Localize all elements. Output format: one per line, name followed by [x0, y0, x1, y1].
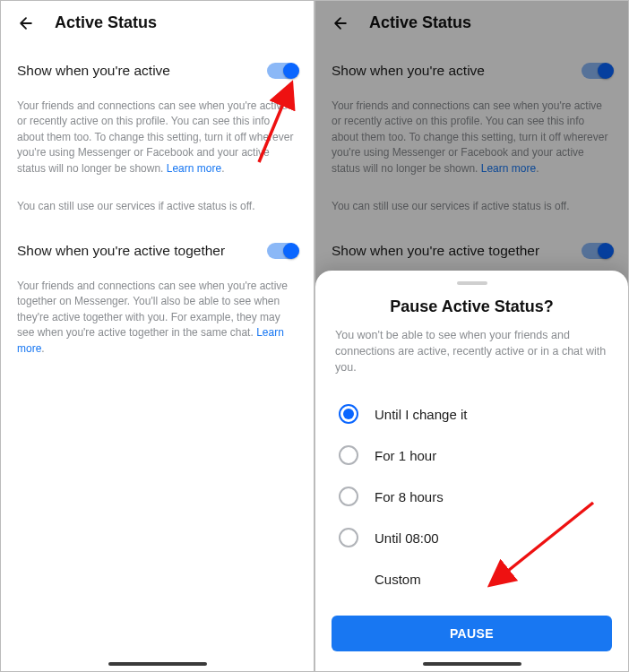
setting-active-row[interactable]: Show when you're active [1, 45, 314, 86]
home-indicator [423, 662, 521, 666]
desc-text-post: . [536, 162, 539, 175]
setting-together-label: Show when you're active together [332, 243, 539, 259]
setting-active-desc: Your friends and connections can see whe… [315, 86, 628, 182]
option-label: Custom [375, 572, 421, 587]
setting-active-label: Show when you're active [17, 63, 170, 79]
option-label: For 8 hours [375, 489, 444, 504]
option-label: Until 08:00 [375, 530, 439, 546]
option-until-change[interactable]: Until I change it [315, 393, 628, 435]
back-arrow-icon[interactable] [17, 14, 35, 32]
option-label: For 1 hour [375, 448, 436, 463]
screen-left: Active Status Show when you're active Yo… [1, 1, 314, 671]
back-arrow-icon[interactable] [332, 14, 349, 32]
sheet-title: Pause Active Status? [315, 297, 628, 316]
setting-together-row[interactable]: Show when you're active together [315, 225, 628, 266]
setting-together-label: Show when you're active together [17, 243, 225, 259]
radio-icon[interactable] [339, 528, 358, 547]
desc-text: Your friends and connections can see whe… [17, 280, 288, 339]
home-indicator [108, 662, 207, 666]
toggle-together[interactable] [267, 243, 297, 259]
toggle-together[interactable] [582, 243, 612, 259]
learn-more-link[interactable]: Learn more [167, 162, 221, 175]
phone-left: Active Status Show when you're active Yo… [0, 0, 314, 672]
page-title: Active Status [369, 13, 471, 32]
option-1-hour[interactable]: For 1 hour [315, 435, 628, 476]
sheet-desc: You won't be able to see when your frien… [315, 327, 628, 393]
setting-active-label: Show when you're active [332, 63, 485, 79]
radio-icon[interactable] [339, 445, 358, 465]
learn-more-link[interactable]: Learn more [481, 162, 536, 175]
desc-text-post: . [221, 162, 224, 175]
option-until-time[interactable]: Until 08:00 [315, 517, 628, 558]
toggle-active[interactable] [267, 63, 297, 79]
radio-icon[interactable] [339, 487, 358, 506]
option-8-hours[interactable]: For 8 hours [315, 476, 628, 517]
setting-active-desc: Your friends and connections can see whe… [1, 86, 314, 182]
desc-text-post: . [41, 342, 44, 355]
setting-active-row[interactable]: Show when you're active [315, 45, 628, 86]
pause-sheet: Pause Active Status? You won't be able t… [315, 271, 628, 671]
header: Active Status [315, 1, 628, 45]
toggle-active[interactable] [582, 63, 612, 79]
setting-together-desc: Your friends and connections can see whe… [1, 266, 314, 362]
sheet-grab-handle[interactable] [457, 281, 487, 285]
off-note: You can still use our services if active… [1, 182, 314, 225]
option-custom[interactable]: Custom [315, 558, 628, 599]
radio-icon[interactable] [339, 404, 358, 424]
option-label: Until I change it [375, 407, 467, 422]
header: Active Status [1, 1, 314, 45]
desc-text: Your friends and connections can see whe… [332, 99, 607, 175]
page-title: Active Status [55, 13, 157, 32]
pause-button[interactable]: PAUSE [332, 616, 612, 651]
setting-together-row[interactable]: Show when you're active together [1, 225, 314, 266]
phone-right: Active Status Show when you're active Yo… [314, 0, 629, 672]
desc-text: Your friends and connections can see whe… [17, 99, 293, 175]
off-note: You can still use our services if active… [315, 182, 628, 225]
